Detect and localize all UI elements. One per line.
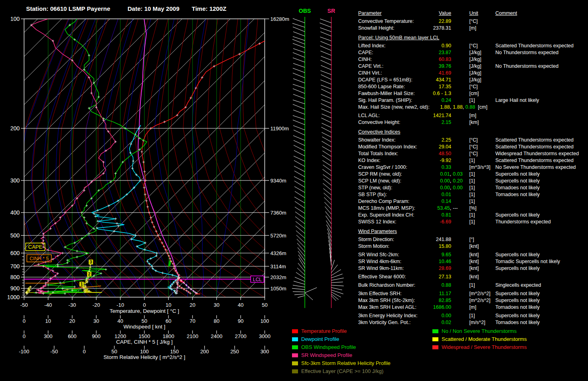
legend-item: Dewpoint Profile (292, 336, 391, 344)
legend-swatch-icon (292, 361, 298, 365)
svg-text:300: 300 (260, 349, 269, 355)
param-row: SCP LM (new, old):0.00, 0.20[1]Supercell… (358, 178, 588, 185)
param-row: 3km Energy Helicity Index:0.00[1]Superce… (358, 313, 588, 320)
svg-text:3000: 3000 (259, 333, 271, 339)
param-unit: [1] (469, 185, 475, 190)
param-row: 3km Effective SRH:11.17[m^2/s^2]Supercel… (358, 291, 588, 298)
legend-item: No / Non Severe Thunderstorms (432, 328, 527, 336)
svg-text:900: 900 (10, 285, 20, 292)
svg-text:800: 800 (10, 274, 20, 280)
svg-text:70: 70 (190, 318, 195, 324)
svg-text:80: 80 (214, 318, 219, 324)
param-unit: [knt] (469, 243, 479, 249)
param-label: 3km Effective SRH: (358, 291, 401, 296)
legend-item: Widespread / Severe Thunderstorms (432, 344, 527, 352)
legend-label: No / Non Severe Thunderstorms (442, 328, 517, 334)
param-unit: [J/kg] (469, 63, 481, 69)
section-header: Convective Indices (358, 129, 588, 137)
param-label: SB STP (fix): (358, 192, 387, 197)
param-row: Exp. Supercell Index CH:0.81[1]Supercell… (358, 212, 588, 219)
param-label: Lifted Index: (358, 43, 385, 49)
param-label: CAPE Virt.: (358, 63, 383, 69)
svg-text:300: 300 (44, 333, 53, 339)
param-row: Snowfall Height:2378.31[m] (358, 25, 588, 32)
param-comment: Large Hail not likely (495, 97, 539, 103)
param-row: 850-600 Lapse Rate:17.35[°C] (358, 84, 588, 91)
param-label: Showalter Index: (358, 137, 395, 143)
param-row: Lifted Index:0.90[°C]Scattered Thunderst… (358, 43, 588, 50)
param-comment: Supercells not likely (495, 298, 539, 303)
param-comment: Supercells not likely (495, 252, 539, 257)
param-label: SCP RM (new, old): (358, 171, 402, 177)
param-unit: [1] (469, 192, 475, 197)
param-comment: Scattered Thunderstorms expected (495, 144, 574, 150)
param-row: Derecho Comp Param:0.14[1] (358, 199, 588, 205)
param-label: SR Wind Sfc-2km: (358, 252, 399, 257)
param-comment: Tornadoes not likely (495, 304, 539, 310)
svg-text:-20: -20 (93, 302, 100, 308)
param-label: CINH Virt.: (358, 70, 382, 76)
legend-swatch-icon (292, 369, 298, 373)
param-unit: [1] (469, 313, 475, 318)
param-label: Storm Direction: (358, 237, 394, 242)
svg-text:0: 0 (143, 302, 146, 308)
param-comment: Tornadoes not likely (495, 192, 539, 197)
param-value: 27.13 (397, 274, 451, 280)
param-unit: [m] (469, 25, 476, 31)
svg-text:200: 200 (200, 349, 209, 355)
svg-text:900: 900 (92, 333, 101, 339)
svg-text:20: 20 (190, 302, 195, 308)
param-extra-values: 0.03 (453, 171, 462, 177)
param-comment: Supercells not likely (495, 212, 539, 218)
param-unit: [1] (469, 219, 475, 225)
param-comment: Supercells not likely (495, 171, 539, 177)
param-row: Showalter Index:2.25[°C]Scattered Thunde… (358, 137, 588, 144)
svg-text:90: 90 (238, 318, 243, 324)
svg-text:600: 600 (10, 250, 20, 256)
parameters-table: ParameterValueUnitCommentConvective Temp… (358, 10, 588, 326)
svg-text:16280m: 16280m (270, 16, 289, 22)
param-comment: Singlecells expected (495, 282, 541, 288)
param-row: Effective Shear 6000:27.13[knt] (358, 274, 588, 281)
legend-swatch-icon (432, 337, 438, 341)
column-header: Value (397, 10, 451, 16)
param-unit: [°C] (469, 43, 478, 49)
legend-item: Effective Layer (CAPE >= 100 J/kg) (292, 368, 391, 376)
legend-swatch-icon (432, 345, 438, 349)
svg-text:2032m: 2032m (270, 274, 286, 280)
param-label: Convective Height: (358, 120, 400, 125)
param-row: Fawbush-Miller Hail Size:0.6 - 1.3[cm] (358, 91, 588, 97)
svg-text:30: 30 (93, 318, 99, 324)
svg-text:600: 600 (68, 333, 77, 339)
legend-swatch-icon (292, 353, 298, 357)
param-unit: [m] (469, 304, 476, 310)
svg-text:50: 50 (262, 302, 268, 308)
param-comment: No Severe Thunderstorms expected (495, 164, 576, 170)
param-row: Bulk Richardson Number:0.88[1]Singlecell… (358, 282, 588, 289)
param-unit: [1] (469, 212, 475, 218)
svg-text:4326m: 4326m (270, 250, 286, 256)
param-value: 1.88, (397, 104, 451, 110)
param-unit: [m/s^2] (469, 320, 485, 325)
param-value: 41.69 (397, 70, 451, 76)
param-comment: Scattered Thunderstorms expected (495, 43, 574, 49)
legend-label: Scattered / Moderate Thunderstorms (442, 336, 527, 342)
param-unit: [1] (469, 97, 475, 103)
param-value: 39.76 (397, 63, 451, 69)
svg-text:2: 2 (88, 272, 91, 276)
param-value: 0.33 (397, 164, 451, 170)
param-comment: Supercells not likely (495, 178, 539, 184)
param-row: Total Totals Index:48.50[°C]Widespread T… (358, 151, 588, 158)
param-comment: Tornadoes not likely (495, 320, 539, 325)
svg-text:1800: 1800 (163, 333, 174, 339)
param-row: SR Wind Sfc-2km:9.65[knt]Supercells not … (358, 252, 588, 259)
svg-text:400: 400 (10, 209, 20, 216)
param-unit: [m^2/s^2] (469, 291, 491, 296)
param-unit: [1] (469, 171, 475, 177)
param-comment: Scattered Thunderstorms expected (495, 158, 574, 163)
param-unit: [cm] (469, 91, 479, 96)
legend-swatch-icon (292, 345, 298, 349)
param-value: 1421.74 (397, 113, 451, 118)
param-comment: No Thunderstorms expected (495, 63, 559, 69)
sr-wind-column: SR (320, 8, 344, 308)
